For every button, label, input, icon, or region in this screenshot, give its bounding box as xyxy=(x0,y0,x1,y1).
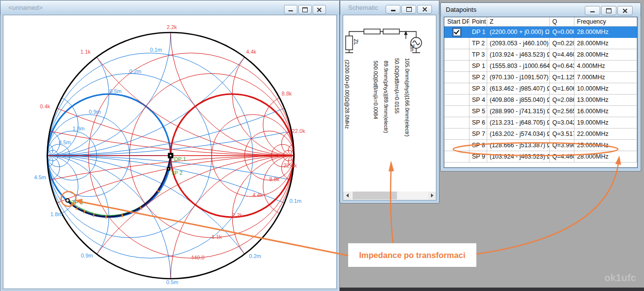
scrollbar-thumb[interactable] xyxy=(353,192,397,199)
cell-q: Q=3.042 xyxy=(550,117,574,128)
cell-z: (213.231 - j648.705) Ω xyxy=(487,117,550,128)
table-row[interactable]: TP 2(2093.053 - j460.100) ΩQ=0.22028.000… xyxy=(444,38,637,49)
cell-z: (613.462 - j985.407) Ω xyxy=(487,83,550,94)
smith-window-titlebar[interactable]: <unnamed> xyxy=(0,0,339,15)
table-header-row: Start DP Point Z Q Frequency xyxy=(444,17,637,27)
cell-point: SP 1 xyxy=(469,61,487,71)
scroll-right-button[interactable] xyxy=(428,192,436,199)
close-icon xyxy=(422,7,428,12)
cell-point: TP 2 xyxy=(469,38,487,49)
table-row[interactable]: DP 1(2200.000 + j0.000) ΩQ=0.00028.000MH… xyxy=(444,27,637,38)
cell-start-dp xyxy=(444,72,469,83)
tline2-spec-label: 50.0Ω|0dB/m|λ=0.0155 xyxy=(394,58,400,114)
column-header-q[interactable]: Q xyxy=(550,17,574,26)
cell-z: (288.990 - j741.315) Ω xyxy=(487,106,550,117)
maximize-button[interactable] xyxy=(298,5,312,14)
cell-start-dp xyxy=(444,49,469,60)
table-row[interactable]: SP 7(163.202 - j574.034) ΩQ=3.51722.000M… xyxy=(444,129,637,140)
cell-q: Q=4.460 xyxy=(550,151,574,162)
datapoints-window: Datapoints Start DP Point Z Q Frequency … xyxy=(440,2,641,171)
column-header-point[interactable]: Point xyxy=(469,17,487,26)
column-header-frequency[interactable]: Frequency xyxy=(574,17,637,26)
schematic-window-titlebar[interactable]: Schematic xyxy=(340,0,439,15)
cell-q: Q=3.517 xyxy=(550,129,574,139)
table-row[interactable]: SP 2(970.130 - j1091.507) ΩQ=1.1257.000M… xyxy=(444,72,637,83)
close-icon xyxy=(622,8,628,13)
maximize-icon xyxy=(606,8,611,13)
close-button[interactable] xyxy=(617,6,633,15)
cell-frequency: 16.000MHz xyxy=(574,106,637,117)
cell-z: (163.202 - j574.034) Ω xyxy=(487,129,550,139)
cell-point: SP 4 xyxy=(469,95,487,105)
annotation-arrow-to-table xyxy=(476,163,618,254)
table-row[interactable]: SP 3(613.462 - j985.407) ΩQ=1.60610.000M… xyxy=(444,83,637,95)
table-row[interactable]: SP 6(213.231 - j648.705) ΩQ=3.04219.000M… xyxy=(444,117,637,129)
cell-point: SP 6 xyxy=(469,117,487,128)
cell-point: DP 1 xyxy=(469,27,487,37)
horizontal-scrollbar[interactable] xyxy=(343,192,436,199)
cell-frequency: 25.000MHz xyxy=(574,140,637,151)
smith-chart-canvas[interactable] xyxy=(3,15,337,289)
scrollbar-track[interactable] xyxy=(351,192,428,199)
cell-z: (128.666 - j513.387) Ω xyxy=(487,140,550,151)
cell-z: (409.808 - j855.040) Ω xyxy=(487,95,550,105)
cell-z: (103.924 - j463.523) Ω xyxy=(487,49,550,60)
tline1-spec-label: 500.0Ω|0dB/m|λ=0.0084 xyxy=(373,61,379,119)
datapoints-table: Start DP Point Z Q Frequency DP 1(2200.0… xyxy=(444,17,638,168)
cell-start-dp xyxy=(444,61,469,71)
close-icon xyxy=(317,7,322,12)
minimize-icon xyxy=(590,8,595,13)
watermark: ok1ufc xyxy=(605,272,636,284)
start-dp-checkbox[interactable] xyxy=(453,29,461,36)
cell-point: SP 3 xyxy=(469,83,487,94)
scroll-left-button[interactable] xyxy=(343,192,351,199)
cell-z: (2093.053 - j460.100) Ω xyxy=(487,38,550,49)
cell-frequency: 13.000MHz xyxy=(574,95,637,105)
cell-frequency: 7.000MHz xyxy=(574,72,637,83)
cell-frequency: 4.000MHz xyxy=(574,61,637,71)
table-row[interactable]: TP 3(103.924 - j463.523) ΩQ=4.46028.000M… xyxy=(444,49,637,61)
cell-q: Q=3.990 xyxy=(550,140,574,151)
cell-point: SP 7 xyxy=(469,129,487,139)
close-button[interactable] xyxy=(313,5,326,14)
load-spec-label: (2200.00+j0.00)Ω@28.0MHz xyxy=(344,60,350,129)
column-header-start-dp[interactable]: Start DP xyxy=(444,17,469,26)
cell-start-dp[interactable] xyxy=(444,27,469,37)
schematic-canvas[interactable] xyxy=(343,15,436,200)
maximize-button[interactable] xyxy=(601,6,616,15)
cell-point: SP 9 xyxy=(469,151,487,162)
cell-q: Q=4.460 xyxy=(550,49,574,60)
minimize-button[interactable] xyxy=(585,6,600,15)
cell-frequency: 22.000MHz xyxy=(574,129,637,139)
cell-start-dp xyxy=(444,151,469,162)
datapoints-window-title: Datapoints xyxy=(446,6,476,13)
datapoints-window-titlebar[interactable]: Datapoints xyxy=(441,3,641,17)
cell-q: Q=0.000 xyxy=(550,27,574,37)
minimize-button[interactable] xyxy=(386,5,400,14)
cell-q: Q=1.606 xyxy=(550,83,574,94)
cell-frequency: 10.000MHz xyxy=(574,83,637,94)
table-row[interactable]: SP 5(288.990 - j741.315) ΩQ=2.56516.000M… xyxy=(444,106,637,117)
cell-frequency: 19.000MHz xyxy=(574,117,637,128)
cell-point: TP 3 xyxy=(469,49,487,60)
maximize-button[interactable] xyxy=(401,5,416,14)
table-row[interactable]: SP 8(128.666 - j513.387) ΩQ=3.99025.000M… xyxy=(444,140,637,151)
desktop: ok1ufc <unnamed> DP 1TP 2TP 32.2k1.1k0.4… xyxy=(0,0,644,291)
column-header-z[interactable]: Z xyxy=(487,17,550,26)
minimize-button[interactable] xyxy=(284,5,297,14)
close-button[interactable] xyxy=(417,5,432,14)
smith-window-title: <unnamed> xyxy=(8,4,42,11)
cell-q: Q=2.565 xyxy=(550,106,574,117)
maximize-icon xyxy=(302,7,308,12)
smith-chart-window: <unnamed> DP 1TP 2TP 32.2k1.1k0.4k4.4k8.… xyxy=(0,0,340,291)
cell-frequency: 28.000MHz xyxy=(574,151,637,162)
table-row[interactable]: SP 1(1555.803 - j1000.664) ΩQ=0.6434.000… xyxy=(444,61,637,72)
table-row[interactable]: SP 9(103.924 - j463.523) ΩQ=4.46028.000M… xyxy=(444,151,637,162)
cell-start-dp xyxy=(444,38,469,49)
cell-q: Q=2.086 xyxy=(550,95,574,105)
cell-frequency: 28.000MHz xyxy=(574,27,637,37)
schematic-window-title: Schematic xyxy=(348,4,378,11)
table-row[interactable]: SP 4(409.808 - j855.040) ΩQ=2.08613.000M… xyxy=(444,95,637,106)
cell-point: SP 5 xyxy=(469,106,487,117)
cell-z: (103.924 - j463.523) Ω xyxy=(487,151,550,162)
